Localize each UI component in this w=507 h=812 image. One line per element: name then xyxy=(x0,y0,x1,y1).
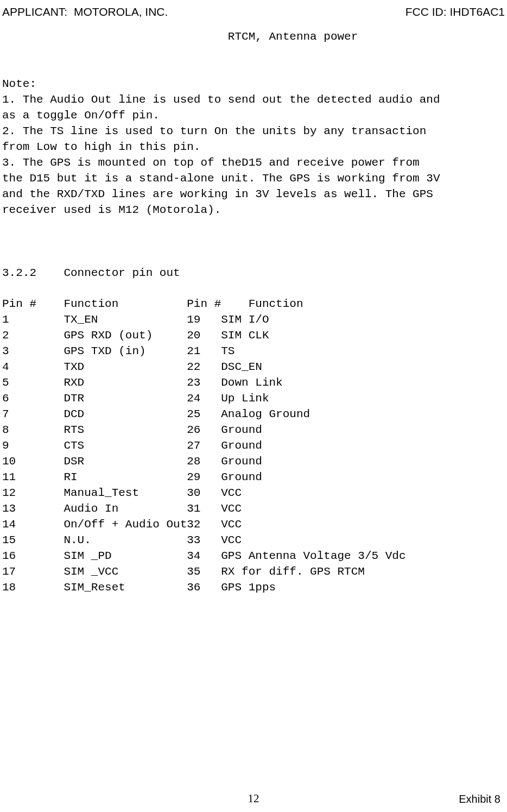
applicant: APPLICANT: MOTOROLA, INC. xyxy=(2,5,168,18)
applicant-value: MOTOROLA, INC. xyxy=(74,5,168,18)
document-body: RTCM, Antenna power Note: 1. The Audio O… xyxy=(2,29,505,596)
fcc-value: IHDT6AC1 xyxy=(449,5,505,18)
fcc-id: FCC ID: IHDT6AC1 xyxy=(405,5,505,18)
fcc-label: FCC ID: xyxy=(405,5,447,18)
applicant-label: APPLICANT: xyxy=(2,5,67,18)
header: APPLICANT: MOTOROLA, INC. FCC ID: IHDT6A… xyxy=(2,5,505,18)
